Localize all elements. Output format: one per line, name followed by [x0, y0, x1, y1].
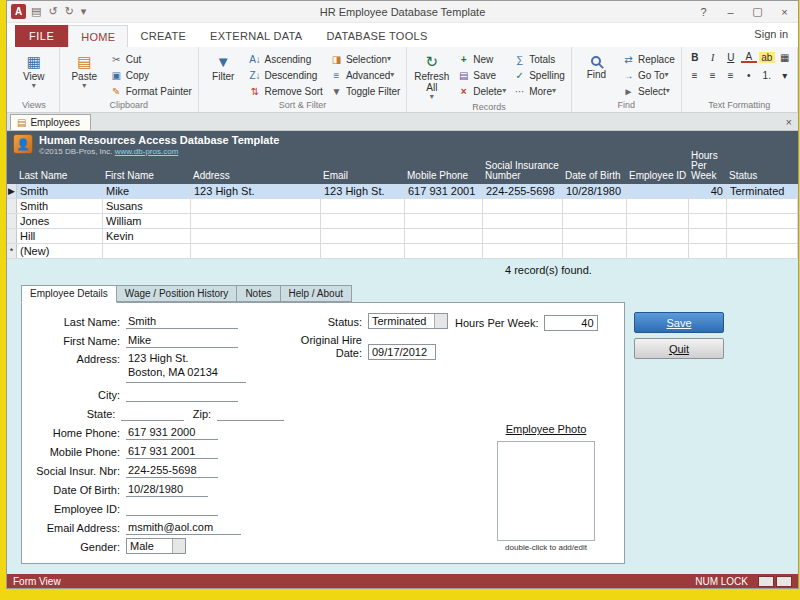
new-record-button[interactable]: + New	[454, 51, 510, 67]
gridlines-button[interactable]: ▦	[777, 52, 793, 63]
undo-icon[interactable]: ↺	[48, 5, 57, 18]
more-button[interactable]: ⋯ More ▾	[510, 83, 569, 99]
cell[interactable]	[627, 184, 689, 198]
tab-wage-position-history[interactable]: Wage / Position History	[117, 285, 238, 302]
website-link[interactable]: www.db-pros.com	[115, 147, 179, 156]
cell[interactable]: 617 931 2001	[405, 184, 483, 198]
cell[interactable]	[321, 229, 405, 243]
qat-dropdown-icon[interactable]: ▾	[81, 5, 87, 18]
cell[interactable]: 224-255-5698	[483, 184, 563, 198]
help-button[interactable]: ?	[690, 1, 717, 22]
row-selector[interactable]: *	[7, 244, 17, 258]
last-name-field[interactable]: Smith	[126, 314, 238, 329]
underline-button[interactable]: U	[723, 52, 739, 63]
align-right-button[interactable]: ≡	[723, 70, 739, 81]
select-button[interactable]: ► Select ▾	[619, 83, 679, 99]
col-header-status[interactable]: Status	[727, 170, 798, 184]
tab-file[interactable]: FILE	[15, 25, 68, 47]
cell[interactable]	[563, 229, 627, 243]
cell[interactable]	[321, 244, 405, 258]
save-icon[interactable]: ▤	[31, 5, 41, 18]
cell[interactable]	[563, 199, 627, 213]
employee-id-field[interactable]	[126, 501, 218, 516]
cell[interactable]: Kevin	[103, 229, 191, 243]
cell[interactable]: Smith	[17, 199, 103, 213]
replace-button[interactable]: ⇄ Replace	[619, 51, 679, 67]
font-color-button[interactable]: A	[741, 52, 757, 63]
spelling-button[interactable]: ✓ Spelling	[510, 67, 569, 83]
tab-home[interactable]: HOME	[68, 25, 128, 47]
col-header-last-name[interactable]: Last Name	[17, 170, 103, 184]
row-selector[interactable]: ▶	[7, 184, 17, 198]
numbering-button[interactable]: 1.	[759, 70, 775, 81]
original-hire-date-field[interactable]: 09/17/2012	[368, 344, 436, 360]
cell[interactable]	[727, 229, 798, 243]
cell[interactable]	[483, 199, 563, 213]
cell[interactable]	[689, 244, 727, 258]
row-selector[interactable]	[7, 199, 17, 213]
descending-button[interactable]: Z↓ Descending	[246, 67, 327, 83]
cell[interactable]	[727, 244, 798, 258]
table-row-new[interactable]: * (New)	[7, 244, 798, 259]
cell[interactable]: 40	[689, 184, 727, 198]
gender-combo[interactable]: Male	[126, 538, 186, 554]
table-row[interactable]: Hill Kevin	[7, 229, 798, 244]
cell[interactable]	[689, 214, 727, 228]
tab-database-tools[interactable]: DATABASE TOOLS	[314, 25, 439, 47]
cut-button[interactable]: ✂ Cut	[107, 51, 196, 67]
view-button[interactable]: ▦ View ▾	[11, 48, 57, 99]
minimize-button[interactable]: –	[717, 1, 744, 22]
row-selector[interactable]	[7, 229, 17, 243]
totals-button[interactable]: ∑ Totals	[510, 51, 569, 67]
table-row[interactable]: Smith Susans	[7, 199, 798, 214]
cell[interactable]: William	[103, 214, 191, 228]
first-name-field[interactable]: Mike	[126, 333, 238, 348]
italic-button[interactable]: I	[705, 52, 721, 63]
cell[interactable]: Susans	[103, 199, 191, 213]
copy-button[interactable]: ▣ Copy	[107, 67, 196, 83]
col-header-hours-per-week[interactable]: Hours Per Week	[689, 150, 727, 184]
table-row[interactable]: ▶ Smith Mike 123 High St. 123 High St. 6…	[7, 184, 798, 199]
highlight-button[interactable]: ab	[759, 52, 775, 63]
align-left-button[interactable]: ≡	[687, 70, 703, 81]
col-header-email[interactable]: Email	[321, 170, 405, 184]
cell[interactable]	[103, 244, 191, 258]
tab-help-about[interactable]: Help / About	[281, 285, 352, 302]
mobile-phone-field[interactable]: 617 931 2001	[126, 444, 218, 459]
zip-field[interactable]	[217, 406, 284, 421]
employee-photo-frame[interactable]	[497, 441, 595, 541]
sign-in-link[interactable]: Sign in	[754, 28, 788, 40]
quit-button[interactable]: Quit	[634, 338, 724, 359]
cell[interactable]	[483, 214, 563, 228]
cell[interactable]	[727, 199, 798, 213]
home-phone-field[interactable]: 617 931 2000	[126, 425, 218, 440]
format-painter-button[interactable]: ✎ Format Painter	[107, 83, 196, 99]
find-button[interactable]: Find	[574, 48, 619, 99]
cell[interactable]	[727, 214, 798, 228]
advanced-button[interactable]: ≡ Advanced ▾	[327, 67, 404, 83]
cell[interactable]	[689, 229, 727, 243]
remove-sort-button[interactable]: ⇅ Remove Sort	[246, 83, 327, 99]
cell[interactable]	[405, 214, 483, 228]
cell[interactable]: 123 High St.	[321, 184, 405, 198]
address-field[interactable]: 123 High St. Boston, MA 02134	[126, 351, 246, 383]
cell[interactable]	[627, 199, 689, 213]
close-tab-icon[interactable]: ×	[786, 116, 792, 128]
cell[interactable]	[191, 244, 321, 258]
cell[interactable]	[191, 199, 321, 213]
cell[interactable]	[191, 229, 321, 243]
col-header-first-name[interactable]: First Name	[103, 170, 191, 184]
go-to-button[interactable]: → Go To ▾	[619, 67, 679, 83]
col-header-mobile-phone[interactable]: Mobile Phone	[405, 170, 483, 184]
email-address-field[interactable]: msmith@aol.com	[126, 520, 241, 535]
paste-button[interactable]: ▤ Paste ▾	[62, 48, 107, 99]
cell[interactable]	[627, 214, 689, 228]
redo-icon[interactable]: ↻	[65, 5, 74, 18]
cell[interactable]	[405, 244, 483, 258]
tab-external-data[interactable]: EXTERNAL DATA	[198, 25, 314, 47]
close-button[interactable]: ×	[771, 1, 798, 22]
tab-create[interactable]: CREATE	[128, 25, 198, 47]
maximize-button[interactable]: ▢	[744, 1, 771, 22]
toggle-filter-button[interactable]: ▼ Toggle Filter	[327, 83, 404, 99]
bold-button[interactable]: B	[687, 52, 703, 63]
